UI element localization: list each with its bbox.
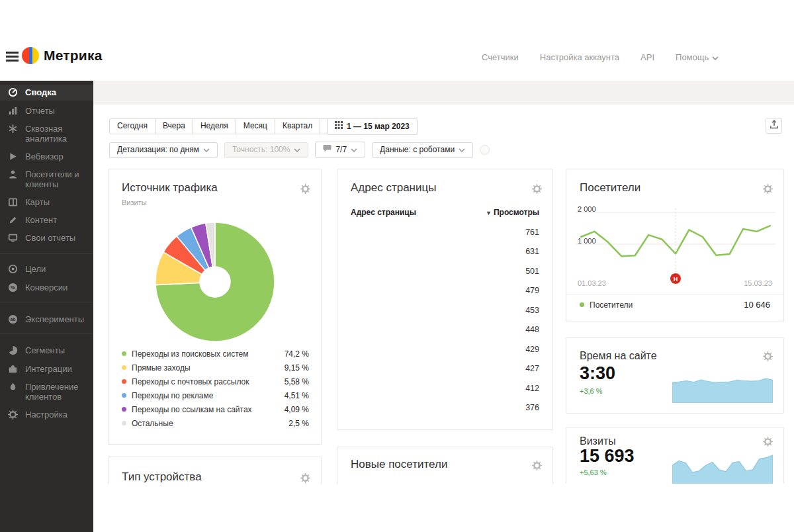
nav-account-settings-link[interactable]: Настройка аккаунта [540,52,619,62]
bar-chart-icon [8,106,19,116]
card-visitors: Посетители Н 2 000 1 000 01.03.23 15.03.… [566,169,784,322]
export-button[interactable] [766,118,782,134]
legend-label: Переходы по ссылкам на сайтах [132,405,252,414]
sidebar-item-custom-reports[interactable]: Свои отчеты [0,230,93,246]
calendar-icon [335,121,343,132]
menu-hamburger-icon[interactable] [6,52,19,62]
info-icon[interactable] [480,145,490,155]
nav-help-label: Помощь [676,52,709,62]
sidebar-item-content[interactable]: Контент [0,212,93,228]
brand-title[interactable]: Метрика [44,48,103,64]
table-row: 427 [351,359,539,379]
pencil-icon [8,215,19,226]
visitors-legend: Посетители 10 646 [580,300,770,310]
nav-counters-link[interactable]: Счетчики [482,52,519,62]
period-today-button[interactable]: Сегодня [109,118,155,134]
card-time-on-site: Время на сайте 3:30 +3,6 % [566,337,784,414]
views-value: 479 [525,286,539,295]
card-title: Новые посетители [351,458,447,471]
top-nav: Счетчики Настройка аккаунта API Помощь [482,52,719,62]
sidebar-item-goals[interactable]: Цели [0,261,93,277]
legend-label: Посетители [590,300,633,310]
table-body: 761 631 501 479 453 448 429 427 412 376 [351,222,539,418]
column-header-url[interactable]: Адрес страницы [351,208,416,217]
widget-settings-gear-icon[interactable] [532,461,542,470]
widget-settings-gear-icon[interactable] [300,184,310,194]
sidebar: Сводка Отчеты Сквозная аналитика Вебвизо… [0,81,93,532]
viewport-cutoff-mask [93,484,794,532]
asterisk-icon [8,124,19,134]
sidebar-item-label: Интеграции [25,364,72,374]
views-value: 448 [525,325,539,334]
export-icon [770,120,779,132]
sidebar-item-conversions[interactable]: %Конверсии [0,280,93,296]
legend-dot [580,302,584,307]
kpi-value: 3:30 [580,363,615,384]
period-week-button[interactable]: Неделя [193,118,236,134]
sidebar-item-label: Привлечение клиентов [25,382,89,402]
kpi-value: 15 693 [580,446,635,466]
legend-divider [566,294,783,294]
legend-value: 2,5 % [288,419,309,428]
sidebar-item-summary[interactable]: Сводка [0,85,93,101]
svg-text:Н: Н [674,276,678,283]
widget-settings-gear-icon[interactable] [763,351,773,361]
legend-label: Переходы по рекламе [132,391,213,400]
period-month-button[interactable]: Месяц [236,118,275,134]
period-quarter-button[interactable]: Квартал [275,118,320,134]
sidebar-item-segments[interactable]: Сегменты [0,343,93,359]
metrica-dashboard: Метрика Счетчики Настройка аккаунта API … [0,0,794,532]
visitors-total-value: 10 646 [744,300,770,310]
monitor-icon [8,233,19,244]
x-axis-end-label: 15.03.23 [744,279,772,287]
period-yesterday-button[interactable]: Вчера [155,118,193,134]
widget-settings-gear-icon[interactable] [300,473,310,483]
data-mode-dropdown[interactable]: Данные: с роботами [372,142,473,158]
traffic-source-donut-chart [152,219,278,345]
visits-sparkline [672,453,773,484]
legend-item: Прямые заходы9,15 % [122,361,309,375]
legend-dot [122,351,126,356]
views-value: 453 [525,306,539,315]
y-axis-tick: 2 000 [578,205,596,213]
widget-settings-gear-icon[interactable] [763,184,773,194]
nav-help-link[interactable]: Помощь [676,52,719,62]
sidebar-item-maps[interactable]: Карты [0,195,93,210]
accuracy-dropdown[interactable]: Точность: 100% [224,142,308,158]
gear-icon [8,410,19,420]
sidebar-item-reports[interactable]: Отчеты [0,103,93,119]
card-title: Посетители [580,181,640,195]
table-row: 453 [351,300,539,320]
legend-item: Переходы по рекламе4,51 % [122,388,309,402]
card-page-url: Адрес страницы Адрес страницы ▼Просмотры… [337,169,553,430]
widget-settings-gear-icon[interactable] [763,437,773,447]
sidebar-item-settings[interactable]: Настройка [0,407,93,423]
sidebar-item-integrations[interactable]: Интеграции [0,361,93,377]
sidebar-item-experiments[interactable]: abЭксперименты [0,312,93,328]
sidebar-item-client-acquisition[interactable]: Привлечение клиентов [0,379,93,404]
widget-settings-gear-icon[interactable] [532,184,542,194]
content-top-band [93,81,794,105]
accuracy-label: Точность: 100% [232,145,290,155]
goals-dropdown[interactable]: 7/7 [315,142,365,158]
nav-api-link[interactable]: API [640,52,654,62]
legend-label: Переходы с почтовых рассылок [132,377,249,386]
card-title: Время на сайте [580,350,657,362]
column-header-views[interactable]: ▼Просмотры [486,208,539,217]
yandex-metrica-logo-icon[interactable] [22,47,39,64]
speedometer-icon [8,87,19,98]
date-range-button[interactable]: 1 — 15 мар 2023 [327,118,418,135]
table-row: 412 [351,378,539,398]
chevron-down-icon [351,145,357,155]
sidebar-item-cross-analytics[interactable]: Сквозная аналитика [0,121,93,146]
detailing-dropdown[interactable]: Детализация: по дням [109,142,218,158]
legend-dot [122,421,126,425]
sidebar-item-webvisor[interactable]: Вебвизор [0,149,93,165]
sidebar-item-label: Настройка [25,410,67,420]
legend-item: Переходы по ссылкам на сайтах4,09 % [122,402,309,416]
chevron-down-icon [294,145,300,155]
table-header: Адрес страницы ▼Просмотры [351,208,539,217]
data-mode-label: Данные: с роботами [380,145,455,155]
sidebar-item-visitors-clients[interactable]: Посетители и клиенты [0,167,93,192]
legend-label: Остальные [132,419,173,428]
